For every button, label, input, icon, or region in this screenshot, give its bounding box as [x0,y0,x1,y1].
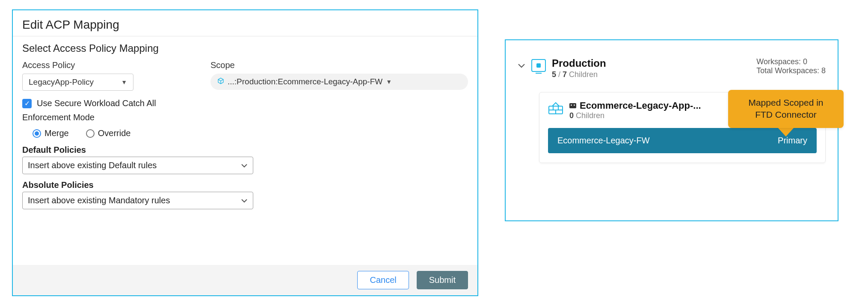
edit-acp-mapping-panel: Edit ACP Mapping Select Access Policy Ma… [12,9,478,296]
enforcement-mode-label: Enforcement Mode [22,113,468,122]
callout-line2: FTD Connector [738,109,834,121]
chevron-down-icon [241,197,248,205]
scope-dropdown[interactable]: ...:Production:Ecommerce-Legacy-App-FW ▼ [210,74,468,90]
default-policies-select[interactable]: Insert above existing Default rules [22,157,253,174]
section-title: Select Access Policy Mapping [22,42,468,54]
divider [13,36,477,36]
default-policies-value: Insert above existing Default rules [28,160,157,170]
expand-chevron-icon[interactable] [518,61,525,71]
radio-override-label: Override [98,128,131,138]
annotation-callout: Mapped Scoped in FTD Connector [728,90,844,128]
absolute-policies-value: Insert above existing Mandatory rules [28,196,170,205]
scope-label: Scope [210,60,468,70]
catch-all-checkbox[interactable]: ✓ [22,99,32,108]
scope-root-row: Production 5 / 7 Children Workspaces: 0 … [518,57,826,79]
access-policy-label: Access Policy [22,60,176,70]
default-policies-label: Default Policies [22,145,468,155]
catch-all-label: Use Secure Workload Catch All [37,98,156,108]
cancel-button[interactable]: Cancel [357,271,409,289]
chevron-down-icon [241,162,248,169]
absolute-policies-label: Absolute Policies [22,180,468,190]
root-stats: Workspaces: 0 Total Workspaces: 8 [756,57,826,75]
callout-tail-icon [777,127,794,137]
workspace-name: Ecommerce-Legacy-FW [557,136,650,146]
scope-tree-panel: Production 5 / 7 Children Workspaces: 0 … [505,39,838,221]
radio-merge-label: Merge [44,128,69,138]
button-bar: Cancel Submit [13,265,477,295]
workspace-tag: Primary [778,136,807,146]
radio-override[interactable]: Override [86,128,131,138]
mapping-badge-icon [569,103,576,108]
policy-scope-row: Access Policy LegacyApp-Policy ▼ Scope .… [22,60,468,91]
callout-line1: Mapped Scoped in [738,97,834,109]
access-policy-dropdown[interactable]: LegacyApp-Policy ▼ [22,74,133,91]
child-scope-name: Ecommerce-Legacy-App-... [580,100,701,111]
radio-merge[interactable]: Merge [33,128,69,138]
catch-all-row: ✓ Use Secure Workload Catch All [22,98,468,108]
submit-button[interactable]: Submit [417,271,468,289]
monitor-icon [531,59,546,72]
access-policy-value: LegacyApp-Policy [29,77,94,87]
enforcement-mode-radios: Merge Override [22,125,468,145]
scope-value: ...:Production:Ecommerce-Legacy-App-FW [228,77,382,86]
root-children-count: 5 / 7 Children [552,70,606,79]
root-scope-name: Production [552,57,606,69]
modal-title: Edit ACP Mapping [22,18,468,32]
caret-down-icon: ▼ [121,79,127,86]
firewall-icon [548,101,563,116]
cube-icon [217,77,224,86]
child-children-count: 0 Children [569,111,701,120]
absolute-policies-select[interactable]: Insert above existing Mandatory rules [22,192,253,209]
workspace-row[interactable]: Ecommerce-Legacy-FW Primary [548,128,817,153]
caret-down-icon: ▼ [386,78,392,85]
